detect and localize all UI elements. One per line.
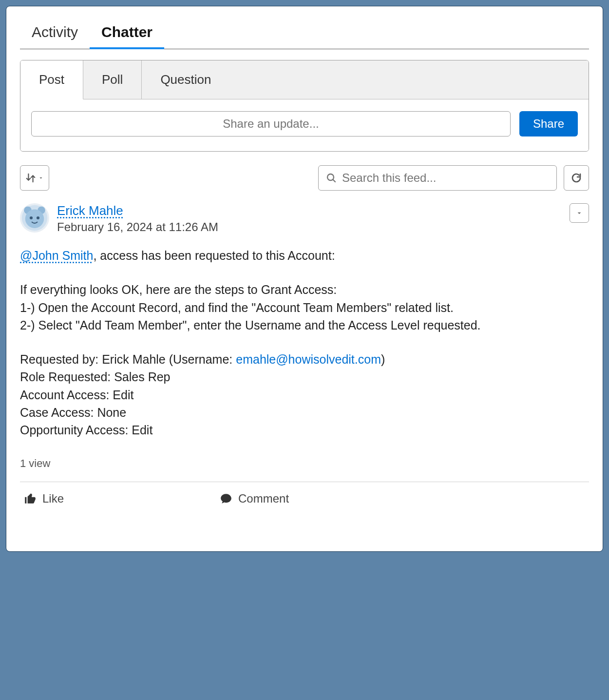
chatter-panel: Activity Chatter Post Poll Question Shar…	[6, 6, 603, 552]
feed-search-input[interactable]	[342, 171, 550, 185]
svg-point-6	[30, 216, 33, 219]
like-label: Like	[42, 492, 64, 506]
share-input[interactable]	[31, 111, 511, 136]
sort-icon	[25, 173, 36, 183]
comment-label: Comment	[238, 492, 289, 506]
steps-intro: If everything looks OK, here are the ste…	[20, 281, 589, 298]
feed-search[interactable]	[318, 165, 557, 191]
post-body: @John Smith, access has been requested t…	[20, 247, 589, 439]
comment-button[interactable]: Comment	[220, 492, 289, 506]
comment-icon	[220, 492, 232, 505]
top-tabs: Activity Chatter	[20, 20, 589, 49]
requested-by-suffix: )	[381, 352, 385, 366]
refresh-icon	[571, 172, 582, 184]
composer-tabs: Post Poll Question	[20, 60, 589, 99]
intro-tail: , access has been requested to this Acco…	[93, 249, 335, 262]
share-button[interactable]: Share	[519, 111, 578, 136]
composer-tab-question[interactable]: Question	[142, 60, 589, 99]
tab-activity[interactable]: Activity	[20, 20, 90, 49]
search-icon	[325, 172, 337, 184]
sort-button[interactable]	[20, 165, 49, 191]
role-requested: Role Requested: Sales Rep	[20, 368, 589, 386]
step-1: 1-) Open the Account Record, and find th…	[20, 299, 589, 316]
account-access: Account Access: Edit	[20, 386, 589, 404]
feed-toolbar	[20, 165, 589, 191]
requested-by-email-link[interactable]: emahle@howisolvedit.com	[236, 352, 381, 366]
post-actions: Like Comment	[20, 482, 589, 510]
mention-link[interactable]: @John Smith	[20, 249, 93, 262]
requested-by-prefix: Requested by: Erick Mahle (Username:	[20, 352, 236, 366]
avatar[interactable]	[20, 203, 49, 233]
post-timestamp: February 16, 2024 at 11:26 AM	[57, 220, 562, 234]
case-access: Case Access: None	[20, 404, 589, 421]
post-menu-button[interactable]	[570, 203, 589, 223]
tab-chatter[interactable]: Chatter	[90, 20, 164, 49]
composer-tab-post[interactable]: Post	[20, 60, 83, 99]
svg-point-5	[25, 210, 44, 229]
author-link[interactable]: Erick Mahle	[57, 203, 123, 218]
composer: Post Poll Question Share	[20, 60, 589, 152]
chevron-down-icon	[575, 209, 583, 217]
chevron-down-icon	[38, 175, 44, 181]
step-2: 2-) Select "Add Team Member", enter the …	[20, 316, 589, 334]
view-count: 1 view	[20, 457, 589, 470]
thumbs-up-icon	[24, 492, 37, 505]
opportunity-access: Opportunity Access: Edit	[20, 421, 589, 439]
svg-line-1	[333, 179, 335, 182]
refresh-button[interactable]	[564, 165, 589, 191]
composer-tab-poll[interactable]: Poll	[83, 60, 142, 99]
like-button[interactable]: Like	[24, 492, 64, 506]
feed-item: Erick Mahle February 16, 2024 at 11:26 A…	[20, 203, 589, 510]
svg-point-7	[37, 216, 39, 219]
